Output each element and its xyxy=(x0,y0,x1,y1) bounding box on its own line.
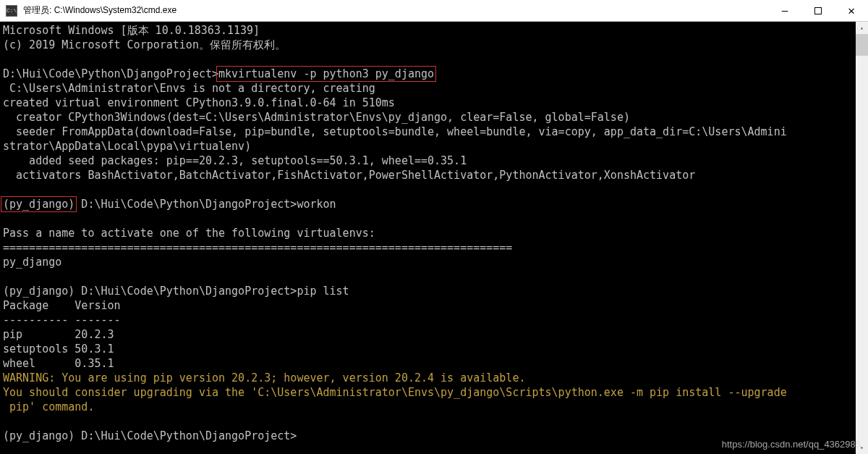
titlebar[interactable]: C:\ 管理员: C:\Windows\System32\cmd.exe — ✕ xyxy=(0,0,868,22)
line: ---------- ------- xyxy=(3,314,121,327)
line: Microsoft Windows [版本 10.0.18363.1139] xyxy=(3,24,260,37)
line: strator\AppData\Local\pypa\virtualenv) xyxy=(3,140,251,153)
line: Package Version xyxy=(3,299,121,312)
line: added seed packages: pip==20.2.3, setupt… xyxy=(3,154,467,167)
line: D:\Hui\Code\Python\DjangoProject>workon xyxy=(75,198,336,211)
terminal-output[interactable]: Microsoft Windows [版本 10.0.18363.1139] (… xyxy=(0,22,868,454)
line: creator CPython3Windows(dest=C:\Users\Ad… xyxy=(3,111,630,124)
line: wheel 0.35.1 xyxy=(3,357,114,370)
window-controls: — ✕ xyxy=(768,0,868,21)
line: activators BashActivator,BatchActivator,… xyxy=(3,169,695,182)
prompt: (py_django) D:\Hui\Code\Python\DjangoPro… xyxy=(3,429,297,442)
line: ========================================… xyxy=(3,241,512,254)
minimize-button[interactable]: — xyxy=(768,0,801,21)
prompt: D:\Hui\Code\Python\DjangoProject> xyxy=(3,67,218,80)
vertical-scrollbar[interactable]: ▴ ▾ xyxy=(856,22,868,454)
watermark-text: https://blog.csdn.net/qq_4362985 xyxy=(722,439,861,450)
line: (c) 2019 Microsoft Corporation。保留所有权利。 xyxy=(3,38,286,51)
maximize-button[interactable] xyxy=(801,0,835,21)
scroll-up-icon[interactable]: ▴ xyxy=(856,22,868,34)
warning-line: pip' command. xyxy=(3,400,94,413)
highlight-box-env: (py_django) xyxy=(1,196,77,212)
line: Pass a name to activate one of the follo… xyxy=(3,227,375,240)
cmd-icon: C:\ xyxy=(6,5,17,17)
line: C:\Users\Administrator\Envs is not a dir… xyxy=(3,82,375,95)
scroll-thumb[interactable] xyxy=(856,34,868,56)
line: py_django xyxy=(3,256,61,269)
cmd-window: C:\ 管理员: C:\Windows\System32\cmd.exe — ✕… xyxy=(0,0,868,454)
maximize-icon xyxy=(814,7,822,14)
close-button[interactable]: ✕ xyxy=(835,0,868,21)
line: created virtual environment CPython3.9.0… xyxy=(3,96,395,109)
warning-line: WARNING: You are using pip version 20.2.… xyxy=(3,371,525,384)
line: (py_django) D:\Hui\Code\Python\DjangoPro… xyxy=(3,285,349,298)
warning-line: You should consider upgrading via the 'C… xyxy=(3,386,787,399)
line: setuptools 50.3.1 xyxy=(3,342,114,356)
line: seeder FromAppData(download=False, pip=b… xyxy=(3,125,787,138)
highlight-box-command: mkvirtualenv -p python3 py_django xyxy=(216,66,436,82)
window-title: 管理员: C:\Windows\System32\cmd.exe xyxy=(22,4,768,17)
line: pip 20.2.3 xyxy=(3,328,114,341)
